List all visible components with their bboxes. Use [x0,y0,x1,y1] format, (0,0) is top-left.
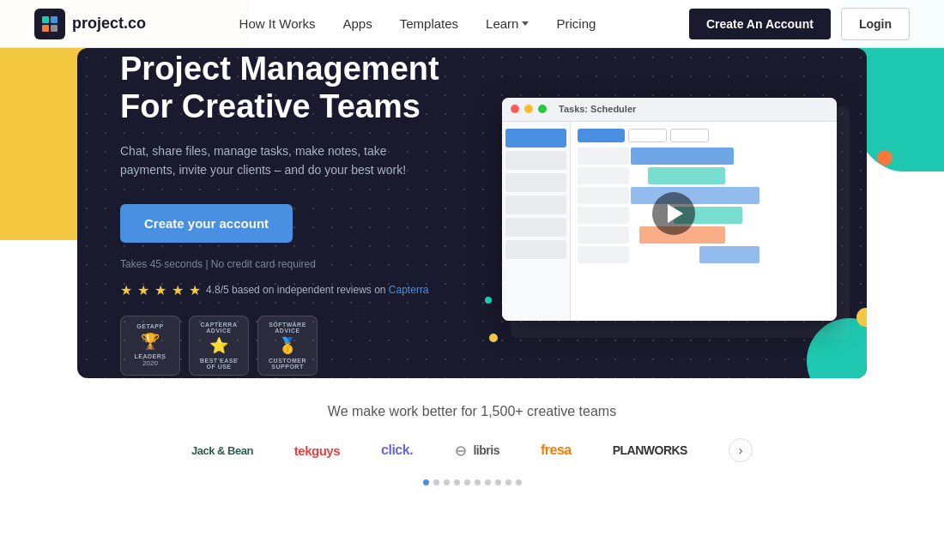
hero-subtitle: Chat, share files, manage tasks, make no… [120,142,429,180]
brand-logos-row: Jack & Bean tekguys click. libris fresa … [34,438,910,462]
star-1: ★ [120,282,132,298]
header-create-account-button[interactable]: Create An Account [689,9,831,39]
screenshot-dot-teal [485,297,492,304]
ss-name-6 [578,246,629,263]
ss-name-3 [578,187,629,204]
ss-sidebar-item-4 [505,196,566,214]
screenshot-dot-yellow [489,334,498,342]
nav-templates[interactable]: Templates [400,16,458,31]
logo-icon [34,9,65,39]
learn-chevron-icon [522,21,529,26]
star-3: ★ [154,282,166,298]
carousel-dot-10[interactable] [516,479,522,485]
hero-right: Tasks: Scheduler [498,98,867,329]
svg-rect-0 [42,16,49,23]
carousel-dot-9[interactable] [505,479,511,485]
carousel-dot-5[interactable] [464,479,470,485]
screenshot-sidebar [502,122,571,321]
svg-rect-3 [51,25,57,32]
ss-header-bar [578,129,830,142]
ss-bar-1 [631,148,734,165]
play-icon [668,204,683,223]
carousel-dot-3[interactable] [444,479,450,485]
screenshot-main [571,122,837,321]
carousel-dot-2[interactable] [433,479,439,485]
star-2: ★ [137,282,149,298]
rating-text: 4.8/5 based on independent reviews on Ca… [206,284,429,296]
star-5: ★ [189,282,201,298]
nav-apps[interactable]: Apps [343,16,372,31]
ss-row-1 [578,148,830,165]
carousel-dot-1[interactable] [423,479,429,485]
badge-software-advice: Software Advice 🥇 Customer Support [257,316,318,376]
hero-title: Project Management For Creative Teams [120,51,498,125]
decoration-dot-orange [877,150,893,166]
ss-name-5 [578,226,629,244]
ss-row-2 [578,167,830,184]
ss-name-2 [578,167,629,184]
star-4: ★ [172,282,184,298]
ss-sidebar-item-2 [505,151,566,170]
header-actions: Create An Account Login [689,8,910,40]
carousel-dot-7[interactable] [485,479,491,485]
screenshot-container: Tasks: Scheduler [502,98,845,329]
no-credit-text: Takes 45 seconds | No credit card requir… [120,258,498,270]
ss-bar-2 [648,167,725,184]
badges-row: GetApp 🏆 Leaders 2020 Capterra Advice ⭐ … [120,316,498,376]
ss-row-3 [578,187,830,204]
bottom-section: We make work better for 1,500+ creative … [0,378,944,503]
svg-rect-1 [51,16,57,23]
brand-tekguys: tekguys [294,443,340,458]
carousel-dots [34,479,910,485]
screenshot-titlebar: Tasks: Scheduler [502,98,837,122]
brand-click: click. [381,443,413,458]
hero-section: Project Management For Creative Teams Ch… [77,48,867,378]
logos-next-button[interactable]: › [729,438,753,462]
brand-jack-bean: Jack & Bean [191,444,253,457]
brand-fresa: fresa [541,443,572,458]
header-login-button[interactable]: Login [841,8,910,40]
badge-getapp: GetApp 🏆 Leaders 2020 [120,316,180,376]
nav-pricing[interactable]: Pricing [556,16,596,31]
capterra-link[interactable]: Capterra [389,284,429,296]
play-button[interactable] [652,192,695,235]
ss-row-4 [578,207,830,224]
ss-bar-6 [699,246,759,263]
titlebar-minimize [524,105,533,113]
ss-name-1 [578,148,629,165]
logo-area: project.co [34,9,146,39]
ss-sidebar-item-3 [505,173,566,192]
main-nav: How It Works Apps Templates Learn Pricin… [239,16,596,31]
brand-planworks: PLANWORKS [613,443,687,457]
ss-sidebar-item-5 [505,218,566,237]
ss-btn-filter [628,129,667,142]
carousel-dot-4[interactable] [454,479,460,485]
nav-learn[interactable]: Learn [486,16,529,31]
ss-bar-3 [631,187,759,204]
carousel-dot-6[interactable] [475,479,481,485]
badge-capterra: Capterra Advice ⭐ Best Ease of Use [189,316,249,376]
hero-left: Project Management For Creative Teams Ch… [77,48,498,378]
svg-rect-2 [42,25,49,32]
ss-name-4 [578,207,629,224]
ss-sidebar-item-1 [505,129,566,148]
titlebar-label: Tasks: Scheduler [559,104,636,114]
hero-cta-button[interactable]: Create your account [120,204,293,243]
rating-row: ★ ★ ★ ★ ★ 4.8/5 based on independent rev… [120,282,498,298]
titlebar-close [511,105,519,113]
titlebar-maximize [538,105,547,113]
ss-row-5 [578,226,830,244]
brand-libris: libris [454,443,499,457]
carousel-dot-8[interactable] [495,479,501,485]
ss-btn-view [670,129,709,142]
header: project.co How It Works Apps Templates L… [0,0,944,48]
logo-text: project.co [72,15,146,33]
ss-row-6 [578,246,830,263]
nav-how-it-works[interactable]: How It Works [239,16,316,31]
ss-sidebar-item-6 [505,240,566,259]
ss-btn-new [578,129,625,142]
bottom-title: We make work better for 1,500+ creative … [34,404,910,419]
